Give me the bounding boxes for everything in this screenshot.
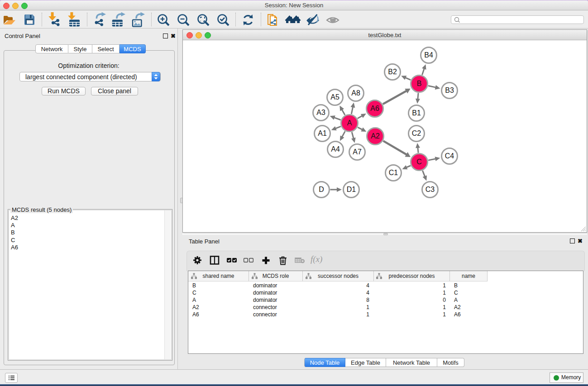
svg-text:C1: C1 xyxy=(389,169,398,176)
svg-text:B4: B4 xyxy=(424,51,433,59)
svg-text:B2: B2 xyxy=(388,68,397,76)
svg-text:A: A xyxy=(347,119,352,127)
svg-text:C: C xyxy=(416,158,422,166)
svg-text:B3: B3 xyxy=(445,86,454,94)
svg-text:A6: A6 xyxy=(370,105,379,112)
svg-text:C2: C2 xyxy=(412,129,421,137)
svg-text:A1: A1 xyxy=(318,129,327,137)
svg-text:A5: A5 xyxy=(330,93,339,101)
svg-text:A4: A4 xyxy=(331,145,340,153)
svg-text:B1: B1 xyxy=(412,109,421,117)
svg-text:C4: C4 xyxy=(445,152,454,160)
svg-text:C3: C3 xyxy=(425,186,435,193)
svg-text:A2: A2 xyxy=(371,132,380,140)
svg-text:D: D xyxy=(319,186,324,193)
svg-text:A7: A7 xyxy=(353,148,362,156)
svg-text:A3: A3 xyxy=(316,109,325,116)
svg-text:A8: A8 xyxy=(351,89,360,97)
svg-text:D1: D1 xyxy=(347,186,356,193)
svg-text:B: B xyxy=(417,80,422,87)
